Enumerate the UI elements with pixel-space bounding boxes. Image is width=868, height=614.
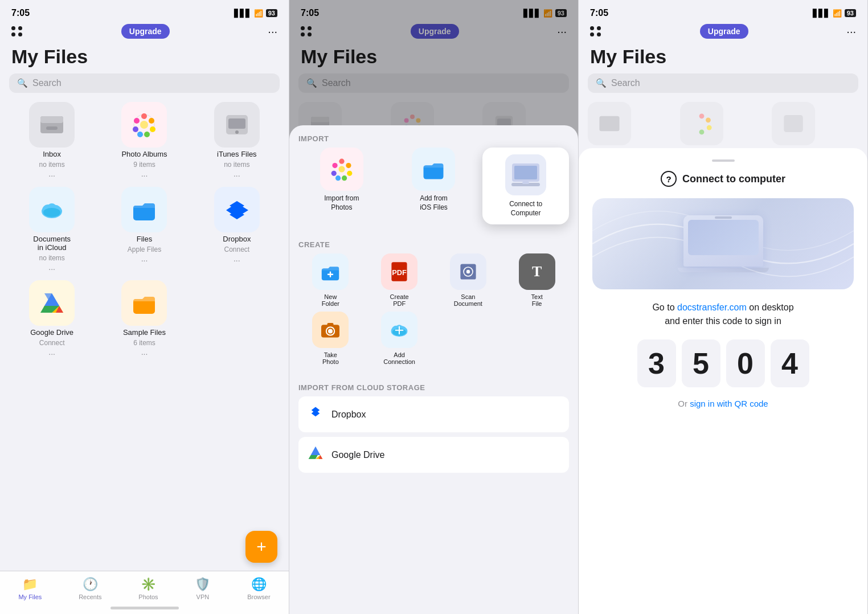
upgrade-button-3[interactable]: Upgrade	[700, 24, 748, 39]
svg-point-48	[332, 163, 337, 168]
file-dots[interactable]: ···	[48, 349, 55, 358]
add-ios-files-action[interactable]: Add fromiOS Files	[391, 148, 477, 224]
gdrive-cloud-icon	[308, 445, 324, 465]
file-dots[interactable]: ···	[234, 256, 240, 265]
status-icons-1: ▋▋▋ 📶 93	[234, 9, 277, 18]
docstransfer-link[interactable]: docstransfer.com	[677, 302, 747, 312]
help-button[interactable]: ?	[661, 171, 677, 187]
import-photos-label: Import fromPhotos	[324, 194, 359, 212]
more-button-1[interactable]: ···	[268, 25, 277, 38]
svg-point-6	[150, 126, 155, 132]
take-photo-action[interactable]: TakePhoto	[298, 312, 363, 365]
file-dots[interactable]: ···	[234, 171, 240, 180]
qr-code-link[interactable]: sign in with QR code	[690, 399, 768, 408]
file-dots[interactable]: ···	[48, 171, 55, 180]
dropbox-cloud-item[interactable]: Dropbox	[298, 396, 569, 432]
list-item[interactable]: Google Drive Connect ···	[9, 280, 95, 358]
create-pdf-action[interactable]: PDF CreatePDF	[367, 253, 432, 307]
svg-rect-81	[599, 116, 619, 131]
file-name: Files	[137, 235, 152, 243]
list-item[interactable]: Photo Albums 9 items ···	[101, 102, 187, 180]
import-photos-icon	[320, 148, 363, 191]
search-bar-1[interactable]: 🔍 Search	[9, 73, 280, 93]
file-sub: no items	[39, 254, 64, 262]
top-bar-1: Upgrade ···	[0, 22, 289, 43]
nav-item-photos[interactable]: ✳️ Photos	[138, 577, 158, 600]
nav-item-vpn[interactable]: 🛡️ VPN	[195, 577, 210, 600]
file-dots[interactable]: ···	[141, 349, 148, 358]
list-item[interactable]: Files Apple Files ···	[101, 187, 187, 273]
file-name: Documentsin iCloud	[33, 235, 71, 252]
import-photos-action[interactable]: Import fromPhotos	[298, 148, 385, 224]
battery-3: 93	[845, 9, 856, 17]
files-icon	[121, 187, 167, 232]
svg-point-10	[134, 118, 140, 124]
code-digit-4: 4	[771, 339, 809, 387]
dots-grid-3	[590, 26, 601, 36]
file-grid-1: Inbox no items ··· Photo Albums	[0, 102, 289, 358]
nav-label: Photos	[138, 593, 158, 600]
file-sub: Connect	[39, 339, 65, 347]
svg-point-84	[706, 125, 711, 130]
myfiles-icon: 📁	[22, 577, 38, 592]
svg-point-43	[346, 163, 351, 168]
dot	[18, 26, 22, 30]
list-item[interactable]: Sample Files 6 items ···	[101, 280, 187, 358]
laptop-illustration	[592, 198, 854, 289]
nav-label: Recents	[79, 593, 101, 600]
dots-grid-1	[11, 26, 23, 36]
svg-point-14	[235, 130, 239, 134]
list-item[interactable]: iTunes Files no items ···	[194, 102, 280, 180]
svg-point-44	[347, 171, 352, 176]
nav-item-myfiles[interactable]: 📁 My Files	[18, 577, 42, 600]
connect-computer-action[interactable]: Connect toComputer	[482, 148, 569, 224]
connect-sheet: ? Connect to computer Go to docstransfer…	[579, 148, 867, 614]
take-photo-icon	[312, 312, 349, 348]
list-item[interactable]: Documentsin iCloud no items ···	[9, 187, 95, 273]
sheet-handle	[712, 159, 735, 162]
svg-point-62	[466, 270, 470, 273]
sample-files-icon	[121, 280, 167, 326]
scan-document-action[interactable]: ScanDocument	[436, 253, 501, 307]
file-sub: Apple Files	[128, 245, 161, 253]
more-button-3[interactable]: ···	[846, 25, 856, 38]
file-dots[interactable]: ···	[48, 264, 55, 273]
nav-item-browser[interactable]: 🌐 Browser	[247, 577, 270, 600]
search-bar-3[interactable]: 🔍 Search	[588, 73, 858, 93]
svg-rect-13	[228, 118, 245, 129]
file-name: Dropbox	[223, 235, 251, 243]
laptop-image	[678, 215, 769, 272]
nav-item-recents[interactable]: 🕐 Recents	[79, 577, 101, 600]
cloud-storage-label: IMPORT FROM CLOUD STORAGE	[298, 374, 569, 396]
file-sub: 6 items	[133, 339, 155, 347]
list-item[interactable]: Inbox no items ···	[9, 102, 95, 180]
gdrive-cloud-item[interactable]: Google Drive	[298, 437, 569, 473]
upgrade-button-1[interactable]: Upgrade	[121, 24, 170, 39]
nav-label: Browser	[247, 593, 270, 600]
file-name: Google Drive	[30, 328, 73, 337]
connect-computer-label: Connect toComputer	[509, 200, 542, 218]
import-sheet: IMPORT Import fromPhoto	[289, 125, 578, 614]
list-item[interactable]: Dropbox Connect ···	[194, 187, 280, 273]
add-connection-action[interactable]: AddConnection	[367, 312, 432, 365]
create-pdf-label: CreatePDF	[390, 293, 409, 307]
svg-point-47	[331, 171, 336, 176]
new-folder-action[interactable]: NewFolder	[298, 253, 363, 307]
file-dots[interactable]: ···	[141, 256, 148, 265]
file-dots[interactable]: ···	[141, 171, 148, 180]
dropbox-cloud-icon	[308, 404, 324, 424]
import-grid: Import fromPhotos Add fromiOS Files	[298, 148, 569, 224]
bg-icon-3b	[680, 102, 723, 145]
add-connection-label: AddConnection	[383, 351, 415, 365]
status-bar-1: 7:05 ▋▋▋ 📶 93	[0, 0, 289, 22]
dot	[590, 32, 594, 36]
add-button[interactable]: +	[245, 531, 277, 563]
svg-rect-1	[40, 116, 63, 123]
code-digit-2: 5	[682, 339, 720, 387]
text-file-action[interactable]: T TextFile	[505, 253, 569, 307]
scan-document-icon	[450, 253, 486, 290]
code-digit-1: 3	[637, 339, 676, 387]
svg-point-11	[140, 121, 148, 129]
file-sub: no items	[224, 161, 249, 169]
wifi-icon: 📶	[254, 9, 263, 18]
